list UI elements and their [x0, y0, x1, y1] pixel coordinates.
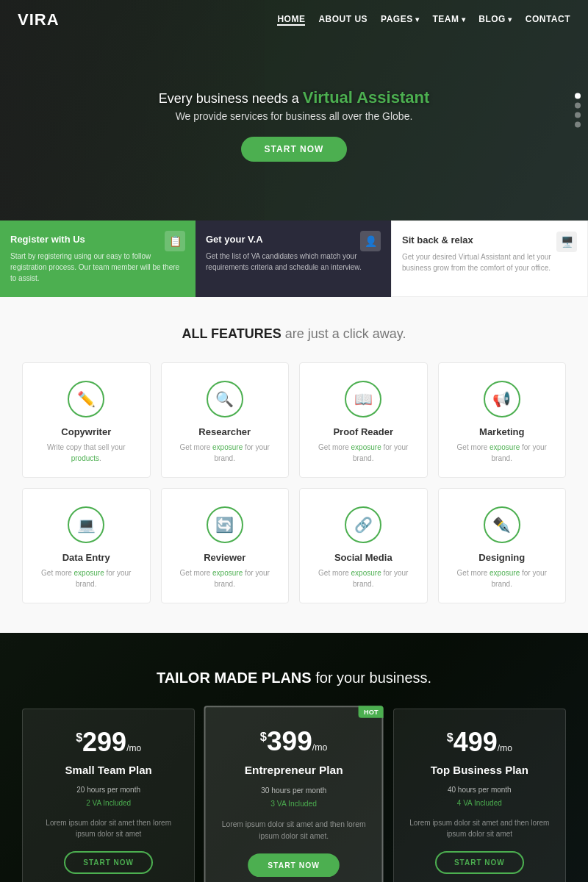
- reviewer-link[interactable]: exposure: [212, 569, 243, 577]
- hero-tagline: Every business needs a Virtual Assistant: [159, 88, 430, 107]
- feature-data-entry-desc: Get more exposure for your brand.: [33, 567, 140, 589]
- pricing-title-bold: TAILOR MADE PLANS: [157, 670, 312, 686]
- plan-small-team-period: /mo: [126, 743, 141, 753]
- data-entry-link[interactable]: exposure: [74, 569, 104, 577]
- features-grid: ✏️ Copywriter Write copy that sell your …: [22, 362, 566, 603]
- plan-top-business: $499/mo Top Business Plan 40 hours per m…: [393, 709, 566, 882]
- feature-designing: ✒️ Designing Get more exposure for your …: [438, 488, 567, 603]
- social-media-icon: 🔗: [345, 506, 381, 543]
- copywriter-link[interactable]: products: [71, 454, 99, 462]
- feature-social-media: 🔗 Social Media Get more exposure for you…: [299, 488, 428, 603]
- reviewer-icon: 🔄: [207, 506, 243, 543]
- dot-1[interactable]: [575, 93, 581, 99]
- step-relax: 🖥️ Sit back & relax Get your desired Vir…: [391, 220, 588, 297]
- plan-top-business-price: $499/mo: [407, 727, 552, 758]
- nav-blog[interactable]: BLOG: [478, 14, 512, 26]
- nav-links: HOME ABOUT US PAGES TEAM BLOG CONTACT: [277, 14, 570, 26]
- plan-entrepreneur-period: /mo: [312, 742, 328, 753]
- step-register: 📋 Register with Us Start by registering …: [0, 220, 196, 297]
- hero-cta-button[interactable]: START NOW: [241, 137, 348, 162]
- plan-entrepreneur-detail1: 30 hours per month: [219, 784, 368, 797]
- pricing-cards: $299/mo Small Team Plan 20 hours per mon…: [22, 709, 566, 882]
- feature-proof-reader-desc: Get more exposure for your brand.: [310, 442, 417, 464]
- hero-tagline-prefix: Every business needs a: [159, 91, 303, 106]
- feature-proof-reader: 📖 Proof Reader Get more exposure for you…: [299, 362, 428, 478]
- dot-4[interactable]: [575, 122, 581, 128]
- step-register-title: Register with Us: [10, 234, 185, 245]
- researcher-link[interactable]: exposure: [212, 443, 243, 451]
- social-media-link[interactable]: exposure: [351, 569, 381, 577]
- dot-3[interactable]: [575, 112, 581, 118]
- features-title: ALL FEATURES are just a click away.: [22, 326, 566, 342]
- feature-researcher: 🔍 Researcher Get more exposure for your …: [161, 362, 290, 478]
- plan-entrepreneur-cta[interactable]: START NOW: [248, 853, 340, 877]
- nav-pages[interactable]: PAGES: [381, 14, 419, 26]
- plan-entrepreneur-amount: 399: [267, 725, 312, 756]
- plan-entrepreneur-detail2: 3 VA Included: [219, 797, 368, 811]
- feature-social-media-desc: Get more exposure for your brand.: [310, 567, 417, 589]
- plan-top-business-amount: 499: [453, 727, 498, 757]
- plan-small-team: $299/mo Small Team Plan 20 hours per mon…: [22, 709, 195, 882]
- feature-proof-reader-title: Proof Reader: [310, 426, 417, 437]
- pricing-inner: TAILOR MADE PLANS for your business. $29…: [22, 670, 566, 882]
- feature-marketing: 📢 Marketing Get more exposure for your b…: [438, 362, 567, 478]
- nav-contact[interactable]: CONTACT: [526, 14, 570, 26]
- plan-small-team-detail1: 20 hours per month: [36, 784, 181, 797]
- hero-tagline-highlight: Virtual Assistant: [303, 88, 429, 107]
- proof-reader-link[interactable]: exposure: [351, 443, 381, 451]
- dot-2[interactable]: [575, 103, 581, 109]
- plan-small-team-cta[interactable]: START NOW: [64, 851, 153, 874]
- marketing-link[interactable]: exposure: [490, 443, 520, 451]
- feature-reviewer: 🔄 Reviewer Get more exposure for your br…: [161, 488, 290, 603]
- feature-marketing-desc: Get more exposure for your brand.: [449, 442, 556, 464]
- plan-top-business-name: Top Business Plan: [407, 764, 552, 776]
- feature-data-entry: 💻 Data Entry Get more exposure for your …: [22, 488, 151, 603]
- feature-marketing-title: Marketing: [449, 426, 556, 437]
- marketing-icon: 📢: [484, 381, 520, 417]
- plan-small-team-amount: 299: [82, 727, 126, 757]
- feature-designing-title: Designing: [449, 552, 556, 563]
- plan-small-team-desc: Lorem ipsum dolor sit amet then lorem ip…: [36, 817, 181, 839]
- feature-data-entry-title: Data Entry: [33, 552, 140, 563]
- feature-copywriter-desc: Write copy that sell your products.: [33, 442, 140, 464]
- plan-entrepreneur-name: Entrepreneur Plan: [219, 764, 368, 777]
- feature-designing-desc: Get more exposure for your brand.: [449, 567, 556, 589]
- feature-social-media-title: Social Media: [310, 552, 417, 563]
- plan-entrepreneur: HOT $399/mo Entrepreneur Plan 30 hours p…: [204, 706, 384, 882]
- feature-researcher-title: Researcher: [172, 426, 279, 437]
- step-relax-title: Sit back & relax: [402, 234, 577, 245]
- step-get-va-title: Get your V.A: [206, 234, 381, 245]
- plan-entrepreneur-desc: Lorem ipsum dolor sit amet and then lore…: [219, 819, 368, 842]
- plan-small-team-details: 20 hours per month 2 VA Included: [36, 784, 181, 810]
- plan-top-business-details: 40 hours per month 4 VA Included: [407, 784, 552, 810]
- plan-entrepreneur-price: $399/mo: [219, 725, 368, 757]
- nav-logo[interactable]: VIRA: [18, 10, 60, 29]
- nav-team[interactable]: TEAM: [432, 14, 465, 26]
- plan-entrepreneur-details: 30 hours per month 3 VA Included: [219, 784, 368, 811]
- designing-link[interactable]: exposure: [490, 569, 520, 577]
- features-section: ALL FEATURES are just a click away. ✏️ C…: [0, 297, 588, 633]
- features-title-bold: ALL FEATURES: [182, 326, 281, 341]
- designing-icon: ✒️: [484, 506, 520, 543]
- plan-top-business-detail2: 4 VA Included: [407, 797, 552, 810]
- step-relax-body: Get your desired Virtual Assistant and l…: [402, 251, 577, 273]
- hot-badge: HOT: [359, 706, 384, 717]
- data-entry-icon: 💻: [68, 506, 104, 543]
- feature-reviewer-title: Reviewer: [172, 552, 279, 563]
- step-register-icon: 📋: [165, 231, 185, 251]
- nav-home[interactable]: HOME: [277, 14, 305, 26]
- pricing-title-rest: for your business.: [315, 670, 431, 686]
- feature-reviewer-desc: Get more exposure for your brand.: [172, 567, 279, 589]
- plan-small-team-detail2: 2 VA Included: [36, 797, 181, 810]
- pricing-section: TAILOR MADE PLANS for your business. $29…: [0, 633, 588, 882]
- hero-subtitle: We provide services for business all ove…: [159, 110, 430, 122]
- steps-section: 📋 Register with Us Start by registering …: [0, 220, 588, 297]
- plan-small-team-price: $299/mo: [36, 727, 181, 758]
- plan-small-team-name: Small Team Plan: [36, 764, 181, 776]
- copywriter-icon: ✏️: [68, 381, 104, 417]
- hero-content: Every business needs a Virtual Assistant…: [159, 59, 430, 162]
- step-get-va-icon: 👤: [360, 231, 381, 251]
- plan-top-business-cta[interactable]: START NOW: [435, 851, 524, 874]
- nav-about[interactable]: ABOUT US: [318, 14, 368, 26]
- hero-dots: [575, 93, 581, 128]
